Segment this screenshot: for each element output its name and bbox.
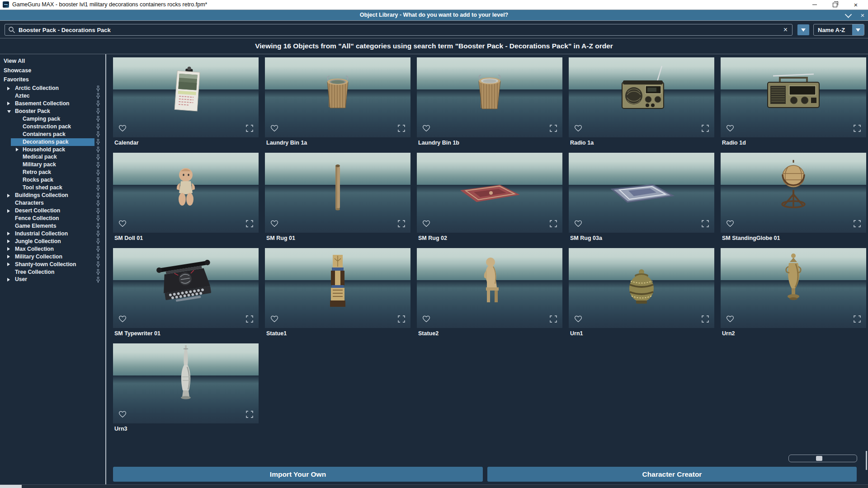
sidebar-item-industrial-collection[interactable]: Industrial Collection bbox=[0, 230, 105, 238]
object-thumbnail[interactable] bbox=[721, 57, 866, 137]
object-thumbnail[interactable] bbox=[417, 153, 562, 233]
sidebar-item-decorations-pack[interactable]: Decorations pack bbox=[0, 138, 105, 146]
object-thumbnail[interactable] bbox=[721, 248, 866, 328]
sidebar-item-medical-pack[interactable]: Medical pack bbox=[0, 153, 105, 161]
slider-thumb[interactable] bbox=[816, 456, 822, 461]
chevron-collapsed-icon[interactable] bbox=[16, 148, 19, 151]
object-thumbnail[interactable] bbox=[265, 57, 410, 137]
favorite-heart-icon[interactable] bbox=[726, 315, 734, 324]
object-tile-sm-doll-01[interactable]: SM Doll 01 bbox=[113, 153, 259, 242]
scrollbar-sliver[interactable] bbox=[866, 451, 867, 470]
sidebar-item-tool-shed-pack[interactable]: Tool shed pack bbox=[0, 184, 105, 192]
expand-preview-icon[interactable] bbox=[246, 220, 253, 229]
dialog-close-button[interactable]: × bbox=[856, 10, 868, 20]
object-tile-statue2[interactable]: Statue2 bbox=[417, 248, 562, 338]
object-tile-sm-rug-02[interactable]: SM Rug 02 bbox=[417, 153, 562, 242]
sidebar-item-characters[interactable]: Characters bbox=[0, 199, 105, 207]
object-thumbnail[interactable] bbox=[113, 248, 259, 328]
sidebar-item-fence-collection[interactable]: Fence Collection bbox=[0, 215, 105, 222]
favorite-heart-icon[interactable] bbox=[270, 125, 278, 134]
favorite-heart-icon[interactable] bbox=[118, 411, 127, 420]
expand-preview-icon[interactable] bbox=[702, 220, 709, 229]
object-tile-sm-rug-01[interactable]: SM Rug 01 bbox=[265, 153, 410, 242]
sort-select[interactable]: Name A-Z bbox=[813, 24, 864, 36]
expand-preview-icon[interactable] bbox=[550, 315, 557, 324]
sidebar-item-buildings-collection[interactable]: Buildings Collection bbox=[0, 192, 105, 199]
favorite-heart-icon[interactable] bbox=[574, 315, 582, 324]
expand-preview-icon[interactable] bbox=[550, 125, 557, 134]
object-thumbnail[interactable] bbox=[569, 57, 714, 137]
favorite-heart-icon[interactable] bbox=[270, 315, 278, 324]
sidebar-item-shanty-town-collection[interactable]: Shanty-town Collection bbox=[0, 261, 105, 268]
pin-icon[interactable] bbox=[96, 277, 100, 285]
minimize-button[interactable] bbox=[807, 0, 822, 9]
sidebar-item-camping-pack[interactable]: Camping pack bbox=[0, 115, 105, 123]
import-your-own-button[interactable]: Import Your Own bbox=[113, 467, 483, 482]
favorite-heart-icon[interactable] bbox=[422, 125, 430, 134]
sidebar-item-game-elements[interactable]: Game Elements bbox=[0, 222, 105, 230]
object-tile-laundry-bin-1b[interactable]: Laundry Bin 1b bbox=[417, 57, 562, 147]
chevron-collapsed-icon[interactable] bbox=[7, 194, 10, 197]
expand-preview-icon[interactable] bbox=[550, 220, 557, 229]
object-tile-urn1[interactable]: Urn1 bbox=[569, 248, 714, 338]
object-thumbnail[interactable] bbox=[265, 153, 410, 233]
favorite-heart-icon[interactable] bbox=[422, 315, 430, 324]
object-thumbnail[interactable] bbox=[113, 57, 259, 137]
search-input[interactable] bbox=[19, 27, 783, 33]
restore-button[interactable] bbox=[827, 0, 843, 9]
sidebar-item-aztec[interactable]: Aztec bbox=[0, 92, 105, 100]
sidebar-item-desert-collection[interactable]: Desert Collection bbox=[0, 207, 105, 215]
sidebar-item-jungle-collection[interactable]: Jungle Collection bbox=[0, 238, 105, 245]
favorite-heart-icon[interactable] bbox=[118, 125, 127, 134]
chevron-collapsed-icon[interactable] bbox=[7, 102, 10, 105]
object-tile-radio-1a[interactable]: Radio 1a bbox=[569, 57, 714, 147]
expand-preview-icon[interactable] bbox=[246, 125, 253, 134]
chevron-collapsed-icon[interactable] bbox=[7, 247, 10, 251]
chevron-collapsed-icon[interactable] bbox=[7, 232, 10, 235]
chevron-expanded-icon[interactable] bbox=[7, 110, 11, 113]
sidebar-item-user[interactable]: User bbox=[0, 276, 105, 283]
sidebar-item-showcase[interactable]: Showcase bbox=[0, 66, 105, 75]
sidebar-item-containers-pack[interactable]: Containers pack bbox=[0, 131, 105, 138]
sidebar-item-military-pack[interactable]: Military pack bbox=[0, 161, 105, 169]
favorite-heart-icon[interactable] bbox=[118, 315, 127, 324]
favorite-heart-icon[interactable] bbox=[422, 220, 430, 229]
sidebar-item-arctic-collection[interactable]: Arctic Collection bbox=[0, 84, 105, 92]
object-thumbnail[interactable] bbox=[721, 153, 866, 233]
chevron-collapsed-icon[interactable] bbox=[7, 209, 10, 213]
object-thumbnail[interactable] bbox=[417, 57, 562, 137]
sort-dropdown-button[interactable] bbox=[852, 24, 864, 35]
chevron-collapsed-icon[interactable] bbox=[7, 239, 10, 243]
favorite-heart-icon[interactable] bbox=[726, 220, 734, 229]
expand-preview-icon[interactable] bbox=[854, 125, 861, 134]
object-tile-sm-standingglobe-01[interactable]: SM StandingGlobe 01 bbox=[721, 153, 866, 242]
chevron-collapsed-icon[interactable] bbox=[7, 255, 10, 258]
chevron-collapsed-icon[interactable] bbox=[7, 263, 10, 266]
expand-preview-icon[interactable] bbox=[398, 125, 405, 134]
object-tile-calendar[interactable]: Calendar bbox=[113, 57, 259, 147]
object-thumbnail[interactable] bbox=[417, 248, 562, 328]
search-box[interactable]: × bbox=[5, 24, 793, 36]
object-tile-radio-1d[interactable]: Radio 1d bbox=[721, 57, 866, 147]
favorite-heart-icon[interactable] bbox=[726, 125, 734, 134]
object-thumbnail[interactable] bbox=[113, 343, 259, 423]
object-tile-sm-typewriter-01[interactable]: SM Typewriter 01 bbox=[113, 248, 259, 338]
chevron-collapsed-icon[interactable] bbox=[7, 278, 10, 282]
object-thumbnail[interactable] bbox=[113, 153, 259, 233]
filter-dropdown-button[interactable] bbox=[797, 24, 810, 36]
object-thumbnail[interactable] bbox=[569, 153, 714, 233]
object-tile-laundry-bin-1a[interactable]: Laundry Bin 1a bbox=[265, 57, 410, 147]
sidebar-item-construction-pack[interactable]: Construction pack bbox=[0, 123, 105, 131]
object-thumbnail[interactable] bbox=[265, 248, 410, 328]
expand-preview-icon[interactable] bbox=[246, 411, 253, 420]
object-tile-sm-rug-03a[interactable]: SM Rug 03a bbox=[569, 153, 714, 242]
favorite-heart-icon[interactable] bbox=[118, 220, 127, 229]
sidebar-item-view-all[interactable]: View All bbox=[0, 56, 105, 66]
sidebar-item-tree-collection[interactable]: Tree Collection bbox=[0, 268, 105, 276]
sidebar-item-basement-collection[interactable]: Basement Collection bbox=[0, 100, 105, 108]
sidebar-item-rocks-pack[interactable]: Rocks pack bbox=[0, 176, 105, 184]
sidebar-item-military-collection[interactable]: Military Collection bbox=[0, 253, 105, 261]
sidebar-item-favorites[interactable]: Favorites bbox=[0, 75, 105, 84]
expand-preview-icon[interactable] bbox=[246, 315, 253, 324]
expand-preview-icon[interactable] bbox=[702, 315, 709, 324]
